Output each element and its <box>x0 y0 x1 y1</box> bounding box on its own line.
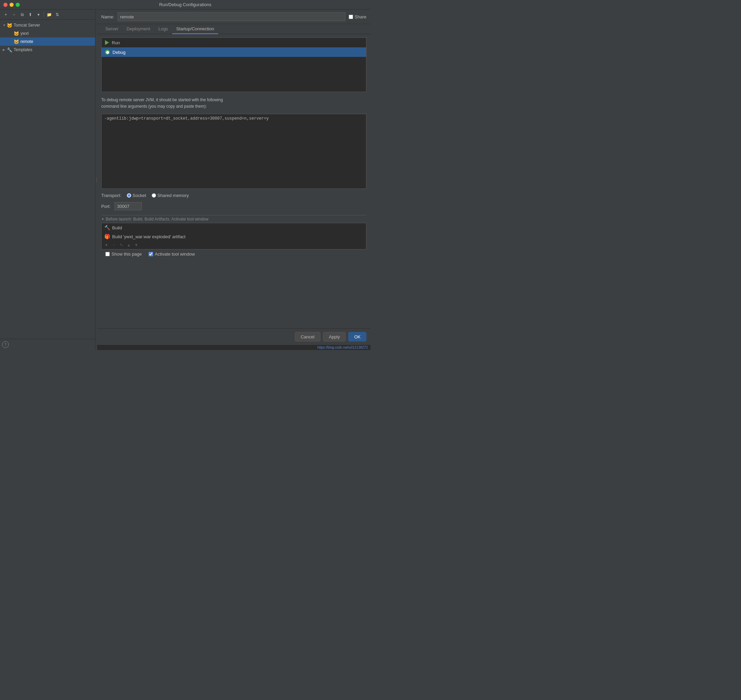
ywxt-icon: 🐱 <box>14 31 19 36</box>
maximize-button[interactable] <box>16 3 20 7</box>
name-input[interactable] <box>118 12 345 21</box>
templates-icon: 🔧 <box>7 47 12 53</box>
help-button[interactable]: ? <box>2 341 9 348</box>
tab-logs[interactable]: Logs <box>154 24 172 34</box>
config-area: Run ⬤ Debug To debug remote server JVM, … <box>97 34 370 328</box>
show-page-checkbox[interactable] <box>105 252 110 256</box>
minimize-button[interactable] <box>10 3 14 7</box>
content-panel: Name: Share Server Deployment Logs Start… <box>97 10 370 350</box>
launch-edit-button[interactable]: ✎ <box>118 242 125 249</box>
tab-deployment[interactable]: Deployment <box>122 24 154 34</box>
bottom-options: Show this page Activate tool window <box>101 250 366 259</box>
launch-add-button[interactable]: + <box>103 242 110 249</box>
add-config-button[interactable]: + <box>2 11 10 18</box>
launch-down-button[interactable]: ▼ <box>133 242 140 249</box>
sidebar-item-ywxt[interactable]: 🐱 ywxt <box>0 29 95 37</box>
debug-item[interactable]: ⬤ Debug <box>101 47 366 57</box>
run-icon <box>105 40 109 45</box>
run-debug-list: Run ⬤ Debug <box>101 37 366 92</box>
sidebar-item-remote[interactable]: 🐱 remote <box>0 37 95 46</box>
before-launch-section: ▼ Before launch: Build, Build Artifacts,… <box>101 215 366 259</box>
before-launch-arrow: ▼ <box>101 218 104 221</box>
shared-memory-option[interactable]: Shared memory <box>152 193 189 198</box>
transport-radio-group: Socket Shared memory <box>127 193 189 198</box>
name-label: Name: <box>101 14 114 19</box>
launch-build-item[interactable]: 🔨 Build <box>101 223 366 232</box>
tab-server[interactable]: Server <box>101 24 122 34</box>
shared-memory-label: Shared memory <box>157 193 189 198</box>
dropdown-config-button[interactable]: ▾ <box>35 11 42 18</box>
show-page-option[interactable]: Show this page <box>105 251 142 257</box>
launch-list-toolbar: + − ✎ ▲ ▼ <box>101 241 366 249</box>
name-bar: Name: Share <box>97 10 370 24</box>
ywxt-label: ywxt <box>21 31 93 36</box>
collapse-arrow-tomcat: ▼ <box>3 24 7 27</box>
toolbar-separator <box>44 12 44 18</box>
sidebar: + − ⧉ ⬆ ▾ 📁 ⇅ ▼ 🐱 Tomcat Server 🐱 ywxt <box>0 10 96 350</box>
socket-option[interactable]: Socket <box>127 193 146 198</box>
launch-remove-button[interactable]: − <box>110 242 117 249</box>
copy-config-button[interactable]: ⧉ <box>18 11 26 18</box>
transport-label: Transport: <box>101 193 121 198</box>
collapse-arrow-templates: ▶ <box>3 48 7 51</box>
window-title: Run/Debug Configurations <box>159 2 211 7</box>
close-button[interactable] <box>3 3 7 7</box>
tomcat-server-label: Tomcat Server <box>14 23 93 28</box>
url-bar: https://blog.csdn.net/u012138272 <box>97 345 370 350</box>
activate-tool-checkbox[interactable] <box>148 252 153 256</box>
ok-button[interactable]: OK <box>348 332 366 341</box>
title-bar: Run/Debug Configurations <box>0 0 370 10</box>
share-label: Share <box>354 14 366 19</box>
folder-button[interactable]: 📁 <box>45 11 53 18</box>
remote-label: remote <box>21 39 93 44</box>
sidebar-item-templates[interactable]: ▶ 🔧 Templates <box>0 46 95 54</box>
launch-up-button[interactable]: ▲ <box>125 242 132 249</box>
tab-bar: Server Deployment Logs Startup/Connectio… <box>97 24 370 34</box>
before-launch-list: 🔨 Build 🎁 Build 'ywxt_war:war exploded' … <box>101 223 366 250</box>
socket-label: Socket <box>132 193 146 198</box>
tomcat-server-icon: 🐱 <box>7 22 12 28</box>
build-icon: 🔨 <box>104 225 110 230</box>
tab-startup-connection[interactable]: Startup/Connection <box>172 24 218 34</box>
sort-button[interactable]: ⇅ <box>53 11 61 18</box>
port-input[interactable] <box>115 202 142 210</box>
description-line2: command line arguments (you may copy and… <box>101 103 366 110</box>
before-launch-title: Before launch: Build, Build Artifacts, A… <box>106 217 209 222</box>
artifact-icon: 🎁 <box>104 234 110 239</box>
description-line1: To debug remote server JVM, it should be… <box>101 97 366 103</box>
debug-icon: ⬤ <box>105 50 110 54</box>
url-text: https://blog.csdn.net/u012138272 <box>317 346 368 349</box>
port-row: Port: <box>97 201 370 214</box>
remove-config-button[interactable]: − <box>10 11 18 18</box>
transport-row: Transport: Socket Shared memory <box>97 190 370 201</box>
remote-icon: 🐱 <box>14 39 19 44</box>
build-label: Build <box>112 225 122 230</box>
debug-label: Debug <box>112 50 125 55</box>
before-launch-header[interactable]: ▼ Before launch: Build, Build Artifacts,… <box>101 215 366 223</box>
sidebar-toolbar: + − ⧉ ⬆ ▾ 📁 ⇅ <box>0 10 95 20</box>
command-text: -agentlib:jdwp=transport=dt_socket,addre… <box>104 116 269 121</box>
socket-radio[interactable] <box>127 193 131 198</box>
share-checkbox[interactable] <box>349 15 353 19</box>
sidebar-tree: ▼ 🐱 Tomcat Server 🐱 ywxt 🐱 remote ▶ <box>0 20 95 339</box>
sidebar-item-tomcat-server[interactable]: ▼ 🐱 Tomcat Server <box>0 21 95 29</box>
main-layout: + − ⧉ ⬆ ▾ 📁 ⇅ ▼ 🐱 Tomcat Server 🐱 ywxt <box>0 10 370 350</box>
apply-button[interactable]: Apply <box>323 332 346 341</box>
templates-label: Templates <box>14 47 93 52</box>
launch-artifact-item[interactable]: 🎁 Build 'ywxt_war:war exploded' artifact <box>101 232 366 241</box>
traffic-lights <box>3 3 20 7</box>
shared-memory-radio[interactable] <box>152 193 156 198</box>
run-label: Run <box>112 40 120 45</box>
description-text: To debug remote server JVM, it should be… <box>97 94 370 112</box>
activate-tool-option[interactable]: Activate tool window <box>148 251 195 257</box>
dialog-buttons: Cancel Apply OK <box>97 328 370 345</box>
save-config-button[interactable]: ⬆ <box>26 11 34 18</box>
activate-tool-label: Activate tool window <box>155 251 195 257</box>
artifact-label: Build 'ywxt_war:war exploded' artifact <box>112 234 185 239</box>
show-page-label: Show this page <box>112 251 142 257</box>
cancel-button[interactable]: Cancel <box>295 332 320 341</box>
command-area: -agentlib:jdwp=transport=dt_socket,addre… <box>101 114 366 189</box>
sidebar-bottom: ? <box>0 339 95 350</box>
run-item[interactable]: Run <box>101 38 366 47</box>
port-label: Port: <box>101 204 110 209</box>
